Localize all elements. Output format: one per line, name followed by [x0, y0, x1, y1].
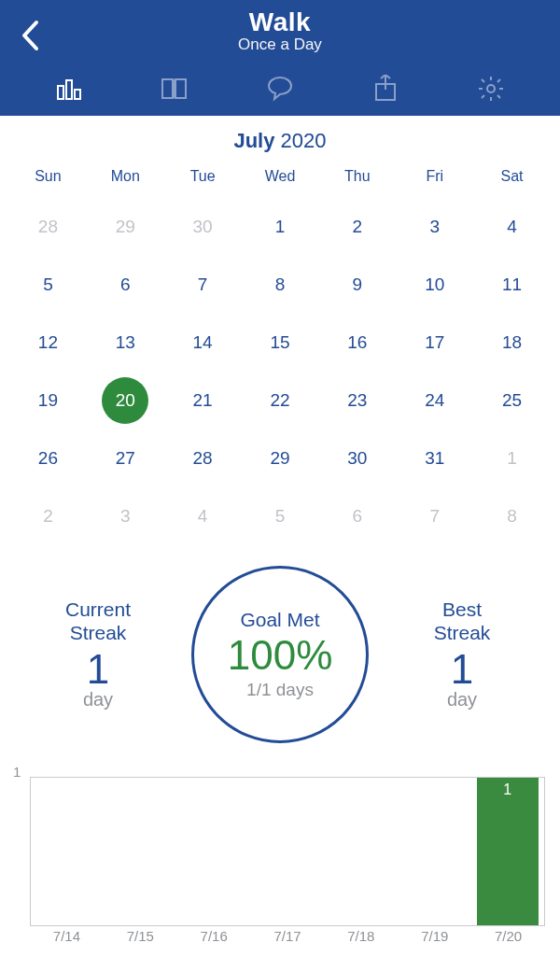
- best-streak-unit: day: [392, 689, 532, 711]
- calendar-day[interactable]: 8: [473, 487, 551, 545]
- calendar-day[interactable]: 11: [473, 256, 551, 314]
- calendar-day[interactable]: 7: [164, 256, 242, 314]
- calendar-day[interactable]: 30: [318, 429, 396, 487]
- calendar-day[interactable]: 7: [396, 487, 473, 545]
- calendar-day[interactable]: 16: [318, 314, 396, 372]
- chart-x-label: 7/20: [471, 928, 545, 949]
- calendar-day[interactable]: 28: [9, 198, 87, 256]
- chart-bar: 1: [477, 778, 539, 925]
- tab-stats[interactable]: [52, 72, 86, 106]
- best-streak-value: 1: [392, 646, 532, 693]
- svg-rect-2: [75, 90, 80, 99]
- calendar-day[interactable]: 10: [396, 256, 473, 314]
- calendar-day[interactable]: 8: [242, 256, 319, 314]
- chart-x-label: 7/16: [177, 928, 251, 949]
- calendar-day[interactable]: 27: [87, 429, 164, 487]
- calendar: July 2020 SunMonTueWedThuFriSat 28293012…: [0, 116, 560, 545]
- calendar-day[interactable]: 21: [164, 372, 242, 429]
- current-streak: Current Streak 1 day: [28, 598, 168, 710]
- calendar-day[interactable]: 22: [242, 372, 319, 429]
- calendar-day[interactable]: 23: [318, 372, 396, 429]
- calendar-day[interactable]: 28: [164, 429, 242, 487]
- calendar-day[interactable]: 9: [318, 256, 396, 314]
- tabbar: [0, 62, 560, 116]
- header: Walk Once a Day: [0, 0, 560, 116]
- bar-chart-icon: [55, 75, 83, 103]
- svg-rect-0: [58, 86, 63, 99]
- dow-label: Thu: [318, 162, 396, 198]
- svg-point-5: [487, 85, 495, 92]
- dow-label: Sun: [9, 162, 87, 198]
- current-streak-label-2: Streak: [28, 622, 168, 644]
- chart-y-tick: 1: [13, 764, 21, 780]
- best-streak: Best Streak 1 day: [392, 598, 532, 710]
- calendar-day[interactable]: 3: [396, 198, 473, 256]
- calendar-day[interactable]: 30: [164, 198, 242, 256]
- chart: 1 1 7/147/157/167/177/187/197/20: [0, 753, 560, 947]
- tab-comment[interactable]: [263, 72, 297, 106]
- calendar-year: 2020: [281, 129, 327, 152]
- book-icon: [160, 76, 189, 102]
- calendar-day[interactable]: 29: [242, 429, 319, 487]
- page-title: Walk: [0, 7, 560, 37]
- calendar-day[interactable]: 17: [396, 314, 473, 372]
- goal-met-label: Goal Met: [240, 609, 319, 631]
- current-streak-value: 1: [28, 646, 168, 693]
- calendar-day[interactable]: 26: [9, 429, 87, 487]
- calendar-day[interactable]: 2: [318, 198, 396, 256]
- tab-journal[interactable]: [158, 72, 191, 106]
- calendar-day[interactable]: 2: [9, 487, 87, 545]
- calendar-day[interactable]: 1: [242, 198, 319, 256]
- chart-x-labels: 7/147/157/167/177/187/197/20: [30, 928, 545, 949]
- calendar-day[interactable]: 15: [242, 314, 319, 372]
- calendar-day[interactable]: 5: [9, 256, 87, 314]
- stats-row: Current Streak 1 day Goal Met 100% 1/1 d…: [0, 545, 560, 753]
- chart-bar-value: 1: [503, 781, 511, 925]
- gear-icon: [477, 75, 505, 103]
- calendar-day[interactable]: 24: [396, 372, 473, 429]
- chart-x-label: 7/19: [398, 928, 471, 949]
- calendar-day[interactable]: 29: [87, 198, 164, 256]
- dow-label: Mon: [87, 162, 164, 198]
- calendar-day[interactable]: 14: [164, 314, 242, 372]
- dow-label: Tue: [164, 162, 242, 198]
- best-streak-label-1: Best: [392, 598, 532, 621]
- calendar-day[interactable]: 18: [473, 314, 551, 372]
- calendar-title: July 2020: [9, 129, 551, 153]
- calendar-day[interactable]: 5: [242, 487, 319, 545]
- calendar-day[interactable]: 6: [87, 256, 164, 314]
- chart-x-label: 7/18: [324, 928, 398, 949]
- calendar-day[interactable]: 4: [164, 487, 242, 545]
- current-streak-label-1: Current: [28, 598, 168, 621]
- calendar-day[interactable]: 4: [473, 198, 551, 256]
- days-grid: 2829301234567891011121314151617181920212…: [9, 198, 551, 545]
- goal-met-percent: 100%: [228, 632, 333, 679]
- goal-met-days: 1/1 days: [246, 680, 314, 700]
- chart-plot-area: 1: [30, 777, 545, 926]
- title-block: Walk Once a Day: [0, 7, 560, 54]
- svg-rect-1: [66, 80, 72, 99]
- calendar-day[interactable]: 12: [9, 314, 87, 372]
- chart-x-label: 7/17: [251, 928, 325, 949]
- calendar-day[interactable]: 31: [396, 429, 473, 487]
- calendar-day[interactable]: 19: [9, 372, 87, 429]
- header-top: Walk Once a Day: [0, 0, 560, 62]
- chart-x-label: 7/15: [104, 928, 177, 949]
- goal-met-circle: Goal Met 100% 1/1 days: [191, 566, 369, 743]
- calendar-month: July: [233, 129, 274, 152]
- calendar-day[interactable]: 1: [473, 429, 551, 487]
- calendar-day[interactable]: 3: [87, 487, 164, 545]
- calendar-day[interactable]: 13: [87, 314, 164, 372]
- chart-x-label: 7/14: [30, 928, 104, 949]
- dow-label: Wed: [242, 162, 319, 198]
- dow-label: Fri: [396, 162, 473, 198]
- current-streak-unit: day: [28, 689, 168, 711]
- tab-settings[interactable]: [474, 72, 508, 106]
- calendar-day[interactable]: 25: [473, 372, 551, 429]
- page-subtitle: Once a Day: [0, 35, 560, 54]
- calendar-day[interactable]: 20: [87, 372, 164, 429]
- calendar-day[interactable]: 6: [318, 487, 396, 545]
- tab-share[interactable]: [369, 72, 402, 106]
- best-streak-label-2: Streak: [392, 622, 532, 644]
- speech-bubble-icon: [265, 75, 295, 103]
